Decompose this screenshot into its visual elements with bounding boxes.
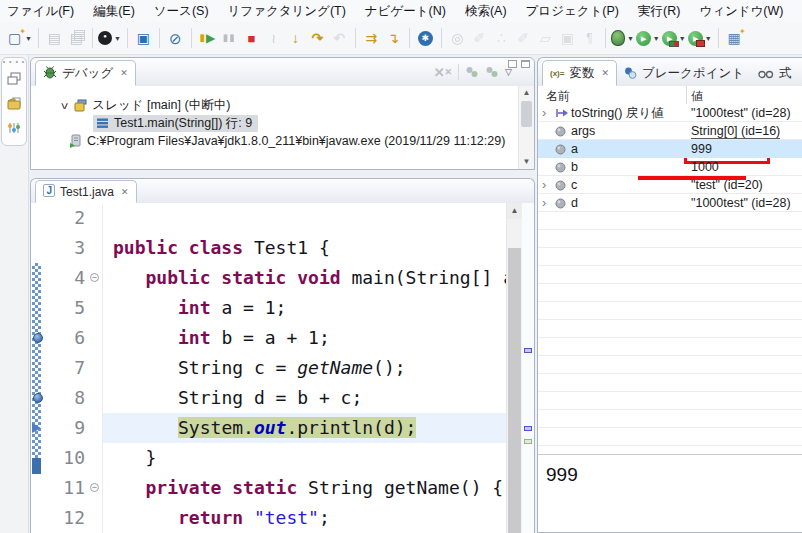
annotation-gutter[interactable] xyxy=(31,203,45,533)
fold-gutter[interactable]: −− xyxy=(89,203,103,533)
disconnect-button[interactable] xyxy=(263,26,284,50)
variable-detail-pane[interactable]: 999 xyxy=(538,454,802,532)
code-line[interactable] xyxy=(103,203,506,233)
dropdown-caret-icon[interactable]: ▼ xyxy=(25,35,32,42)
new-wizard-button[interactable]: ▼ xyxy=(6,26,33,50)
variables-column-header[interactable]: 名前 値 xyxy=(538,86,802,104)
column-value[interactable]: 値 xyxy=(691,88,703,105)
panel-window-buttons[interactable] xyxy=(508,60,530,68)
format-tool-button[interactable] xyxy=(469,26,490,50)
current-debug-line[interactable]: System.out.println(d); xyxy=(103,413,506,443)
tab-variables[interactable]: (x)=変数✕ xyxy=(542,60,617,86)
code-line[interactable]: private static String getName() { xyxy=(103,473,506,503)
code-editor[interactable]: public class Test1 { public static void … xyxy=(103,203,506,533)
menu-item-4[interactable]: リファクタリング(T) xyxy=(228,3,346,20)
debug-scrollbar[interactable]: ▲ ▼ xyxy=(518,86,534,169)
variable-row-tostring-[interactable]: ›toString() 戻り値"1000test" (id=28) xyxy=(538,104,802,122)
code-line[interactable]: return "test"; xyxy=(103,503,506,533)
line-number-gutter[interactable]: 23456789101112 xyxy=(45,203,89,533)
debug-tree-row[interactable]: Test1.main(String[]) 行: 9 xyxy=(93,114,258,132)
variable-row-a[interactable]: a999 xyxy=(538,140,802,158)
code-line[interactable]: int b = a + 1; xyxy=(103,323,506,353)
editor-scrollbar[interactable]: ▲ xyxy=(506,203,522,533)
resume-button[interactable] xyxy=(197,26,218,50)
open-perspective-button[interactable] xyxy=(724,26,745,50)
group-by-icon[interactable] xyxy=(465,66,479,78)
user-account-button[interactable]: ▼ xyxy=(98,26,122,50)
dropdown-caret-icon[interactable]: ▼ xyxy=(653,35,660,42)
variables-table[interactable]: ›toString() 戻り値"1000test" (id=28)argsStr… xyxy=(538,104,802,454)
code-line[interactable]: public static void main(String[] args) { xyxy=(103,263,506,293)
fold-collapse-icon[interactable]: − xyxy=(90,483,99,492)
drop-to-frame-button[interactable] xyxy=(383,26,404,50)
selected-stack-frame[interactable]: Test1.main(String[]) 行: 9 xyxy=(93,115,258,132)
embed-doc-button[interactable] xyxy=(557,26,578,50)
menu-item-9[interactable]: ウィンドウ(W) xyxy=(699,3,783,20)
breakpoint-icon[interactable] xyxy=(33,393,43,403)
occurrence-marker[interactable] xyxy=(524,426,532,431)
type-hierarchy-icon[interactable] xyxy=(7,121,21,139)
run-launch-button[interactable]: ▼ xyxy=(636,26,661,50)
suspend-button[interactable] xyxy=(219,26,240,50)
settings-gear-button[interactable] xyxy=(415,26,436,50)
step-over-button[interactable] xyxy=(307,26,328,50)
use-step-filters-button[interactable] xyxy=(361,26,382,50)
code-line[interactable]: int a = 1; xyxy=(103,293,506,323)
variable-row-args[interactable]: argsString[0] (id=16) xyxy=(538,122,802,140)
menu-item-3[interactable]: ソース(S) xyxy=(154,3,209,20)
restore-panel-icon[interactable] xyxy=(7,71,21,89)
package-explorer-icon[interactable] xyxy=(7,96,22,114)
close-icon[interactable]: ✕ xyxy=(121,187,129,197)
expand-icon[interactable]: › xyxy=(542,198,546,208)
console-button[interactable] xyxy=(133,26,154,50)
tab-display[interactable]: 対話 xyxy=(799,60,802,86)
expand-icon[interactable]: › xyxy=(542,180,546,190)
code-line[interactable]: public class Test1 { xyxy=(103,233,506,263)
variable-row-b[interactable]: b1000 xyxy=(538,158,802,176)
overview-ruler[interactable] xyxy=(522,203,534,533)
debug-tree[interactable]: C:¥Program Files¥Java¥jdk1.8.0_211¥bin¥j… xyxy=(31,86,534,169)
code-line[interactable]: } xyxy=(103,443,506,473)
show-whitespace-button[interactable] xyxy=(579,26,600,50)
step-return-button[interactable] xyxy=(329,26,350,50)
dropdown-caret-icon[interactable]: ▼ xyxy=(114,35,121,42)
remove-all-terminated-icon[interactable]: ✕✕ xyxy=(434,65,452,80)
occurrence-marker[interactable] xyxy=(524,348,532,353)
column-name[interactable]: 名前 xyxy=(546,88,570,105)
step-into-button[interactable] xyxy=(285,26,306,50)
skip-all-breakpoints-button[interactable] xyxy=(165,26,186,50)
save-all-button[interactable] xyxy=(66,26,87,50)
debug-tree-row[interactable]: ∨スレッド [main] (中断中) xyxy=(61,96,230,114)
dropdown-caret-icon[interactable]: ▼ xyxy=(627,35,634,42)
scroll-up-icon[interactable]: ▲ xyxy=(519,86,534,100)
menu-item-1[interactable]: ファイル(F) xyxy=(7,3,74,20)
close-icon[interactable]: ✕ xyxy=(601,68,609,78)
save-button[interactable] xyxy=(44,26,65,50)
tab-test1-java[interactable]: J Test1.java ✕ xyxy=(35,180,137,203)
variable-row-c[interactable]: ›c"test" (id=20) xyxy=(538,176,802,194)
code-line[interactable]: String c = getName(); xyxy=(103,353,506,383)
group-by-icon-2[interactable] xyxy=(485,66,499,78)
expand-icon[interactable]: › xyxy=(542,108,546,118)
fold-collapse-icon[interactable]: − xyxy=(90,273,99,282)
current-line-marker[interactable] xyxy=(524,439,532,444)
coverage-launch-button[interactable]: ▼ xyxy=(662,26,687,50)
menu-item-8[interactable]: 実行(R) xyxy=(638,3,680,20)
menu-item-2[interactable]: 編集(E) xyxy=(93,3,135,20)
drag-handle-icon[interactable]: • • • • xyxy=(3,60,26,64)
terminate-button[interactable] xyxy=(241,26,262,50)
clean-tool-button[interactable] xyxy=(491,26,512,50)
scroll-thumb[interactable] xyxy=(521,101,532,127)
collapse-icon[interactable]: ∨ xyxy=(60,100,70,111)
format-element-button[interactable] xyxy=(513,26,534,50)
tab-debug[interactable]: デバッグ ✕ xyxy=(35,60,136,86)
debug-tree-row[interactable]: C:¥Program Files¥Java¥jdk1.8.0_211¥bin¥j… xyxy=(69,132,505,150)
menu-item-6[interactable]: 検索(A) xyxy=(465,3,507,20)
scroll-up-icon[interactable]: ▲ xyxy=(507,203,522,219)
maximize-icon[interactable] xyxy=(521,60,530,68)
view-menu-icon[interactable]: ▽ xyxy=(505,67,512,77)
minimize-icon[interactable] xyxy=(508,60,517,68)
variable-row-d[interactable]: ›d"1000test" (id=28) xyxy=(538,194,802,212)
scroll-down-icon[interactable]: ▼ xyxy=(519,155,534,169)
tab-breakpoints[interactable]: ブレークポイント xyxy=(617,60,751,86)
